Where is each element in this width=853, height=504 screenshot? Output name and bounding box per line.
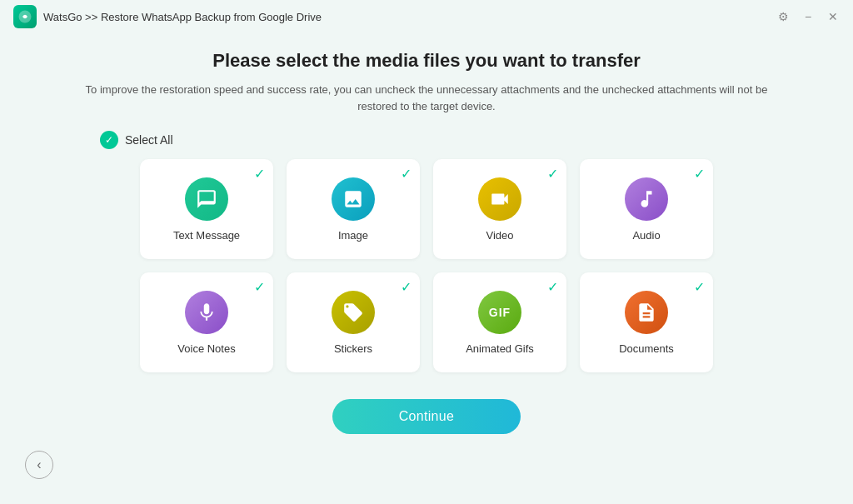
icon-voice-notes — [185, 291, 228, 334]
media-card-text-message[interactable]: ✓Text Message — [140, 159, 273, 259]
minimize-button[interactable]: − — [801, 10, 815, 23]
page-title: Please select the media files you want t… — [212, 50, 641, 72]
label-stickers: Stickers — [334, 342, 372, 355]
media-card-audio[interactable]: ✓Audio — [580, 159, 713, 259]
icon-video — [478, 177, 521, 221]
settings-button[interactable]: ⚙ — [776, 10, 790, 23]
check-icon-documents: ✓ — [694, 279, 705, 295]
media-card-image[interactable]: ✓Image — [287, 159, 420, 259]
main-content: Please select the media files you want t… — [0, 33, 853, 451]
check-icon-text-message: ✓ — [254, 166, 265, 182]
label-audio: Audio — [632, 229, 660, 242]
media-card-animated-gifs[interactable]: ✓GIFAnimated Gifs — [433, 272, 566, 372]
check-icon-video: ✓ — [547, 166, 558, 182]
titlebar-controls: ⚙ − ✕ — [776, 10, 840, 23]
titlebar-left: WatsGo >> Restore WhatsApp Backup from G… — [13, 5, 322, 28]
media-card-documents[interactable]: ✓Documents — [580, 272, 713, 372]
label-voice-notes: Voice Notes — [177, 342, 235, 355]
select-all-row[interactable]: ✓ Select All — [100, 131, 173, 149]
check-icon-voice-notes: ✓ — [254, 279, 265, 295]
media-card-voice-notes[interactable]: ✓Voice Notes — [140, 272, 273, 372]
continue-button[interactable]: Continue — [332, 399, 521, 434]
label-video: Video — [486, 229, 513, 242]
close-button[interactable]: ✕ — [826, 10, 840, 23]
app-logo — [13, 5, 37, 28]
titlebar: WatsGo >> Restore WhatsApp Backup from G… — [0, 0, 853, 33]
media-card-video[interactable]: ✓Video — [433, 159, 566, 259]
label-documents: Documents — [619, 342, 674, 355]
icon-documents — [625, 291, 668, 334]
icon-animated-gifs: GIF — [478, 291, 521, 334]
check-icon-audio: ✓ — [694, 166, 705, 182]
icon-image — [332, 177, 375, 221]
icon-audio — [625, 177, 668, 221]
icon-text-message — [185, 177, 228, 221]
media-grid: ✓Text Message✓Image✓Video✓Audio✓Voice No… — [140, 159, 713, 372]
label-text-message: Text Message — [173, 229, 240, 242]
media-card-stickers[interactable]: ✓Stickers — [287, 272, 420, 372]
select-all-label: Select All — [125, 133, 173, 147]
select-all-check[interactable]: ✓ — [100, 131, 118, 149]
check-icon-image: ✓ — [401, 166, 412, 182]
icon-stickers — [332, 291, 375, 334]
check-icon-stickers: ✓ — [401, 279, 412, 295]
label-animated-gifs: Animated Gifs — [466, 342, 534, 355]
label-image: Image — [338, 229, 368, 242]
subtitle-text: To improve the restoration speed and suc… — [68, 82, 785, 114]
titlebar-title: WatsGo >> Restore WhatsApp Backup from G… — [43, 11, 322, 23]
check-icon-animated-gifs: ✓ — [547, 279, 558, 295]
back-button[interactable]: ‹ — [25, 451, 53, 479]
